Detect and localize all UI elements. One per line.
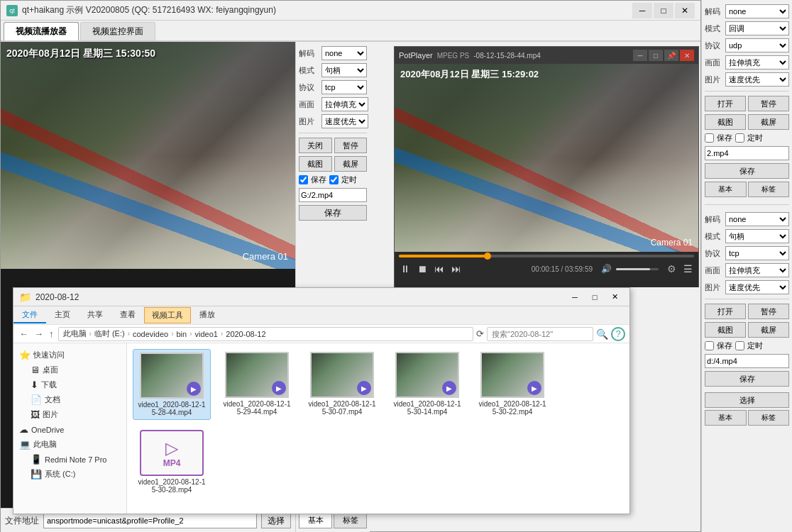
frame-select-1[interactable]: 拉伸填充 [321, 97, 368, 111]
tp-tag-tab-2[interactable]: 标签 [748, 410, 790, 426]
exp-tab-video-tools[interactable]: 视频工具 [144, 307, 191, 323]
exp-search-input[interactable] [487, 327, 593, 341]
timed-checkbox-1[interactable] [329, 175, 339, 184]
tp-image-select-1[interactable]: 速度优先 [725, 72, 789, 87]
tp-save-check-2[interactable] [705, 341, 714, 350]
tp-open-btn-1[interactable]: 打开 [705, 96, 746, 111]
tp-pause-btn-1[interactable]: 暂停 [748, 96, 789, 111]
save-path-input-1[interactable] [299, 188, 367, 202]
tp-decode-select-2[interactable]: none [725, 212, 789, 226]
tp-decode-select-1[interactable]: none [725, 4, 789, 18]
tp-pause-btn-2[interactable]: 暂停 [748, 304, 789, 319]
exp-refresh-btn[interactable]: ⟳ [476, 328, 484, 339]
exp-help-btn[interactable]: ? [611, 327, 625, 341]
file-item-2[interactable]: ▶ video1_2020-08-12-15-29-44.mp4 [218, 349, 296, 420]
tab-video-player[interactable]: 视频流播放器 [4, 22, 79, 40]
pot-maximize-btn[interactable]: □ [649, 50, 663, 61]
tp-protocol-select-1[interactable]: udp [725, 38, 789, 52]
pot-prev-btn[interactable]: ⏮ [433, 262, 446, 276]
tp-mode-select-2[interactable]: 句柄 [725, 229, 789, 243]
potplayer-window: PotPlayer MPEG PS -08-12-15-28-44.mp4 ─ … [394, 46, 699, 287]
sidebar-item-downloads[interactable]: ⬇ 下载 [16, 377, 123, 392]
explorer-close-btn[interactable]: ✕ [605, 291, 624, 304]
url-select-btn-1[interactable]: 选择 [261, 513, 291, 528]
tab-video-monitor[interactable]: 视频监控界面 [80, 22, 155, 40]
save-btn-1[interactable]: 保存 [299, 205, 367, 221]
addr-segment-pc: 此电脑 [63, 328, 87, 339]
tp-basic-tab-1[interactable]: 基本 [705, 182, 747, 197]
pause-btn-1[interactable]: 暂停 [334, 138, 368, 153]
file-play-icon-2: ▶ [272, 381, 286, 395]
sidebar-item-desktop[interactable]: 🖥 桌面 [16, 362, 123, 377]
pot-minimize-btn[interactable]: ─ [633, 50, 647, 61]
sidebar-item-pictures[interactable]: 🖼 图片 [16, 407, 123, 422]
file-item-1[interactable]: ▶ video1_2020-08-12-15-28-44.mp4 [133, 349, 211, 420]
address-bar-content[interactable]: 此电脑 › 临时 (E:) › codevideo › bin › video1… [58, 327, 474, 341]
exp-tab-share[interactable]: 共享 [79, 307, 111, 323]
close-button[interactable]: ✕ [675, 3, 695, 18]
sidebar-item-documents[interactable]: 📄 文档 [16, 392, 123, 407]
tp-capture-btn-1[interactable]: 截图 [705, 114, 746, 130]
image-select-1[interactable]: 速度优先 [321, 114, 368, 128]
tp-frame-select-2[interactable]: 拉伸填充 [725, 263, 789, 277]
maximize-button[interactable]: □ [654, 3, 673, 18]
mode-select-1[interactable]: 句柄 [321, 63, 367, 77]
pot-progress-bar[interactable] [399, 255, 694, 257]
exp-back-btn[interactable]: ← [18, 328, 30, 339]
pot-volume-bar[interactable] [616, 268, 659, 270]
pot-settings-btn[interactable]: ⚙ [666, 262, 678, 276]
desktop-icon: 🖥 [31, 365, 40, 375]
save-checkbox-1[interactable] [299, 175, 308, 184]
exp-tab-view[interactable]: 查看 [111, 307, 144, 323]
url-input-1[interactable] [43, 513, 257, 528]
tp-open-btn-2[interactable]: 打开 [705, 304, 746, 319]
exp-tab-home[interactable]: 主页 [46, 307, 79, 323]
pot-next-btn[interactable]: ⏭ [450, 262, 463, 276]
file-item-6[interactable]: ▷ MP4 video1_2020-08-12-15-30-28.mp4 [133, 427, 211, 497]
tp-save-path-1[interactable] [705, 146, 789, 160]
pot-close-btn[interactable]: ✕ [680, 50, 694, 61]
tp-tag-tab-1[interactable]: 标签 [748, 182, 790, 197]
file-item-4[interactable]: ▶ video1_2020-08-12-15-30-14.mp4 [388, 349, 466, 420]
tp-timed-check-2[interactable] [735, 341, 744, 350]
tp-capture-btn-2[interactable]: 截图 [705, 322, 746, 338]
tp-save-check-1[interactable] [705, 133, 714, 143]
protocol-select-1[interactable]: tcp [321, 80, 367, 94]
tp-protocol-select-2[interactable]: tcp [725, 246, 789, 260]
tp-image-select-2[interactable]: 速度优先 [725, 280, 789, 294]
file-item-5[interactable]: ▶ video1_2020-08-12-15-30-22.mp4 [473, 349, 551, 420]
sidebar-item-onedrive[interactable]: ☁ OneDrive [16, 422, 123, 437]
sidebar-item-this-pc[interactable]: 💻 此电脑 [16, 437, 123, 452]
pot-menu-btn[interactable]: ☰ [682, 262, 694, 276]
exp-tab-play[interactable]: 播放 [191, 307, 224, 323]
sidebar-item-system-c[interactable]: 💾 系统 (C:) [16, 467, 123, 482]
tp-frame-select-1[interactable]: 拉伸填充 [725, 55, 789, 70]
tp-mode-label-2: 模式 [705, 231, 723, 242]
tp-select-btn-2[interactable]: 选择 [705, 392, 789, 408]
exp-up-btn[interactable]: ↑ [48, 328, 55, 339]
close-btn-1[interactable]: 关闭 [299, 138, 332, 153]
tp-save-btn-2[interactable]: 保存 [705, 371, 789, 387]
file-item-3[interactable]: ▶ video1_2020-08-12-15-30-07.mp4 [303, 349, 381, 420]
pot-play-btn[interactable]: ⏸ [399, 262, 412, 276]
exp-tab-file[interactable]: 文件 [13, 307, 46, 323]
screen-btn-1[interactable]: 截屏 [334, 156, 368, 172]
tp-timed-check-1[interactable] [735, 133, 744, 143]
pot-stop-btn[interactable]: ⏹ [416, 262, 429, 276]
sidebar-item-quick-access[interactable]: ⭐ 快速访问 [16, 348, 123, 362]
explorer-maximize-btn[interactable]: □ [585, 291, 604, 304]
tp-screen-btn-1[interactable]: 截屏 [748, 114, 789, 130]
exp-forward-btn[interactable]: → [33, 328, 45, 339]
tp-screen-btn-2[interactable]: 截屏 [748, 322, 789, 338]
tp-mode-select-1[interactable]: 回调 [725, 21, 789, 35]
tp-basic-tab-2[interactable]: 基本 [705, 410, 747, 426]
tp-save-path-2[interactable] [705, 354, 789, 368]
minimize-button[interactable]: ─ [632, 3, 652, 18]
tp-save-btn-1[interactable]: 保存 [705, 163, 789, 179]
capture-btn-1[interactable]: 截图 [299, 156, 332, 172]
explorer-minimize-btn[interactable]: ─ [566, 291, 584, 304]
exp-search-btn[interactable]: 🔍 [596, 328, 608, 340]
decode-select-1[interactable]: none [321, 46, 367, 60]
sidebar-item-redmi[interactable]: 📱 Redmi Note 7 Pro [16, 452, 123, 467]
pot-pin-btn[interactable]: 📌 [664, 50, 678, 61]
